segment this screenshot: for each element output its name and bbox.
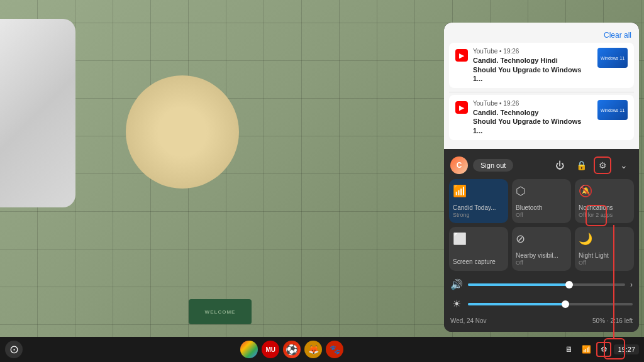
night-light-sublabel: Off xyxy=(579,260,609,266)
clear-all-container: Clear all xyxy=(449,28,634,43)
brightness-icon[interactable]: ☀ xyxy=(450,298,463,310)
chevron-down-icon[interactable]: ⌄ xyxy=(615,156,633,174)
notif-channel-1: Candid. Technology Hindi xyxy=(473,56,592,65)
youtube-icon-1: ▶ xyxy=(455,49,468,62)
notif-title-2: Should You Upgrade to Windows 1... xyxy=(473,117,592,135)
notif-title-1: Should You Upgrade to Windows 1... xyxy=(473,65,592,84)
notification-card-2[interactable]: ▶ YouTube • 19:26 Candid. Technology Sho… xyxy=(449,95,634,140)
sign-out-button[interactable]: Sign out xyxy=(473,159,513,172)
brightness-row: ☀ xyxy=(449,295,634,312)
time-display[interactable]: 19:27 xyxy=(614,344,639,354)
bluetooth-icon: ⬡ xyxy=(516,184,526,198)
nearby-sublabel: Off xyxy=(516,260,558,266)
wifi-icon: 📶 xyxy=(453,184,467,198)
toggle-grid: 📶 Candid Today... Strong ⬡ Bluetooth Off… xyxy=(449,179,634,271)
screen-capture-tile[interactable]: ⬜ Screen capture xyxy=(449,227,508,271)
clear-all-button[interactable]: Clear all xyxy=(604,31,631,40)
volume-fill xyxy=(468,283,570,286)
mu-app-icon[interactable]: MU xyxy=(262,341,279,358)
notifications-label: Notifications xyxy=(579,204,613,212)
notif-content-1: YouTube • 19:26 Candid. Technology Hindi… xyxy=(473,48,592,83)
volume-row: 🔊 › xyxy=(449,276,634,293)
night-light-icon: 🌙 xyxy=(579,232,592,246)
bluetooth-sublabel: Off xyxy=(516,212,542,218)
screen-icon[interactable]: 🖥 xyxy=(561,342,576,357)
launcher-button[interactable]: ⊙ xyxy=(5,341,23,358)
settings-sys-icon[interactable]: ⚙ xyxy=(596,342,611,357)
wifi-sys-icon[interactable]: 📶 xyxy=(579,342,594,357)
wifi-tile[interactable]: 📶 Candid Today... Strong xyxy=(449,179,508,223)
nearby-label: Nearby visibil... xyxy=(516,252,558,260)
screen-capture-label: Screen capture xyxy=(453,258,496,266)
taskbar-left: ⊙ xyxy=(5,341,23,358)
notif-channel-2: Candid. Technology xyxy=(473,108,592,117)
bluetooth-tile[interactable]: ⬡ Bluetooth Off xyxy=(512,179,571,223)
bluetooth-label: Bluetooth xyxy=(516,204,542,212)
screen-capture-icon: ⬜ xyxy=(453,232,467,246)
notif-header-2: YouTube • 19:26 xyxy=(473,100,592,107)
chrome-app-icon[interactable] xyxy=(240,341,258,358)
user-row: C Sign out ⏻ 🔒 ⚙ ⌄ xyxy=(449,154,634,179)
power-icon[interactable]: ⏻ xyxy=(551,156,569,174)
settings-icon[interactable]: ⚙ xyxy=(594,156,611,174)
notifications-sublabel: Off for 2 apps xyxy=(579,212,613,218)
user-avatar: C xyxy=(450,156,468,174)
status-row: Wed, 24 Nov 50% · 2:16 left xyxy=(449,315,634,327)
notif-time-1: 19:26 xyxy=(503,48,519,55)
dog xyxy=(126,75,239,189)
volume-thumb[interactable] xyxy=(565,281,573,288)
status-battery: 50% · 2:16 left xyxy=(592,317,633,324)
taskbar-apps: MU ⚽ 🦊 🐾 xyxy=(23,341,561,358)
notif-header-1: YouTube • 19:26 xyxy=(473,48,592,55)
nearby-icon: ⊘ xyxy=(516,232,525,246)
welcome-mat: WELCOME xyxy=(189,299,252,324)
brightness-thumb[interactable] xyxy=(562,300,569,308)
taskbar: ⊙ MU ⚽ 🦊 🐾 🖥 📶 ⚙ 19:27 xyxy=(0,337,644,362)
volume-icon[interactable]: 🔊 xyxy=(450,278,463,290)
app3-icon[interactable]: ⚽ xyxy=(283,341,301,358)
notif-source-2: YouTube xyxy=(473,100,497,107)
notification-card-1[interactable]: ▶ YouTube • 19:26 Candid. Technology Hin… xyxy=(449,43,634,88)
notifications-tile[interactable]: 🔕 Notifications Off for 2 apps xyxy=(575,179,634,223)
car xyxy=(0,19,75,207)
volume-slider[interactable] xyxy=(468,283,625,286)
night-light-label: Night Light xyxy=(579,252,609,260)
wifi-sublabel: Strong xyxy=(453,212,496,218)
status-date: Wed, 24 Nov xyxy=(450,317,487,324)
user-controls: ⏻ 🔒 ⚙ ⌄ xyxy=(551,156,633,174)
notifications-icon: 🔕 xyxy=(579,184,592,198)
quick-settings-panel: C Sign out ⏻ 🔒 ⚙ ⌄ 📶 Candid Today... Str… xyxy=(444,149,639,332)
nearby-tile[interactable]: ⊘ Nearby visibil... Off xyxy=(512,227,571,271)
volume-expand-icon[interactable]: › xyxy=(630,280,633,289)
wifi-label: Candid Today... xyxy=(453,204,496,212)
brightness-slider[interactable] xyxy=(468,303,633,305)
user-info: C Sign out xyxy=(450,156,513,174)
taskbar-right: 🖥 📶 ⚙ 19:27 xyxy=(561,342,639,357)
notif-thumb-2: Windows 11 xyxy=(597,100,628,120)
app4-icon[interactable]: 🦊 xyxy=(304,341,322,358)
notif-divider xyxy=(449,92,634,92)
app5-icon[interactable]: 🐾 xyxy=(326,341,343,358)
notification-panel: Clear all ▶ YouTube • 19:26 Candid. Tech… xyxy=(444,23,639,332)
notif-thumb-1: Windows 11 xyxy=(597,48,628,68)
youtube-icon-2: ▶ xyxy=(455,101,468,114)
night-light-tile[interactable]: 🌙 Night Light Off xyxy=(575,227,634,271)
lock-icon[interactable]: 🔒 xyxy=(572,156,590,174)
notif-time-2: 19:26 xyxy=(503,100,519,107)
notif-content-2: YouTube • 19:26 Candid. Technology Shoul… xyxy=(473,100,592,135)
notifications-area: Clear all ▶ YouTube • 19:26 Candid. Tech… xyxy=(444,23,639,149)
brightness-fill xyxy=(468,303,567,305)
notif-source-1: YouTube xyxy=(473,48,497,55)
sys-icons-area: 🖥 📶 ⚙ xyxy=(561,342,611,357)
